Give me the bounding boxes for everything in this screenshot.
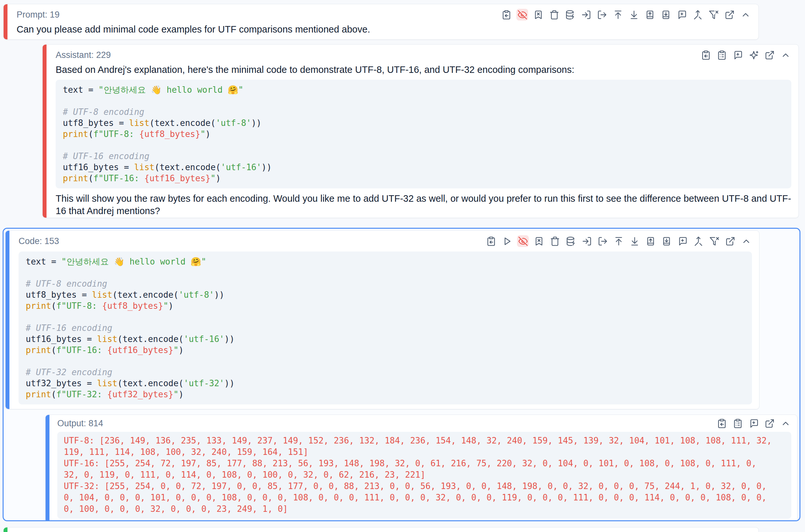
- trash-icon[interactable]: [549, 235, 561, 247]
- code-line: [26, 356, 745, 367]
- assistant-cell[interactable]: Assistant: 229 Based on Andrej's explana…: [42, 44, 799, 218]
- external-link-icon[interactable]: [764, 49, 775, 61]
- arrow-up-to-line-icon[interactable]: [612, 9, 624, 20]
- chevron-up-icon[interactable]: [740, 9, 751, 20]
- assistant-code-block[interactable]: text = "안녕하세요 👋 hello world 🤗" # UTF-8 e…: [56, 80, 791, 188]
- square-arrow-up-icon[interactable]: [645, 235, 656, 247]
- code-line: print(f"UTF-32: {utf32_bytes}"): [26, 389, 745, 400]
- square-arrow-down-icon[interactable]: [660, 9, 672, 20]
- code-line: [26, 311, 745, 322]
- database-zap-icon[interactable]: [565, 235, 577, 247]
- output-toolbar: [716, 417, 791, 429]
- arrow-down-to-line-icon[interactable]: [629, 235, 640, 247]
- message-plus-icon[interactable]: [732, 49, 744, 61]
- arrow-down-to-line-icon[interactable]: [628, 9, 640, 20]
- external-link-icon[interactable]: [724, 9, 735, 20]
- code-line: [63, 95, 784, 107]
- merge-icon[interactable]: [692, 235, 704, 247]
- external-link-icon[interactable]: [764, 417, 775, 429]
- clipboard-list-icon[interactable]: [716, 49, 728, 61]
- code-cell-label: Code: 153: [19, 236, 59, 246]
- clipboard-arrow-icon[interactable]: [700, 49, 712, 61]
- merge-icon[interactable]: [692, 9, 704, 20]
- clipboard-arrow-icon[interactable]: [500, 9, 512, 20]
- output-line: UTF-32: [255, 254, 0, 0, 72, 197, 0, 0, …: [64, 480, 775, 515]
- database-zap-icon[interactable]: [564, 9, 576, 20]
- code-editor-block[interactable]: text = "안녕하세요 👋 hello world 🤗" # UTF-8 e…: [19, 251, 752, 404]
- output-cell-header: Output: 814: [57, 417, 791, 429]
- code-line: # UTF-8 encoding: [26, 278, 745, 289]
- code-line: text = "안녕하세요 👋 hello world 🤗": [63, 84, 784, 95]
- code-cell-group-selected[interactable]: Code: 153 text = "안녕하세요 👋 hello world 🤗"…: [3, 228, 801, 521]
- message-plus-icon[interactable]: [748, 417, 760, 429]
- assistant-cell-label: Assistant: 229: [56, 50, 111, 60]
- clipboard-list-icon[interactable]: [732, 417, 744, 429]
- prompt-accent-bar: [4, 4, 7, 39]
- filter-x-icon[interactable]: [708, 235, 720, 247]
- code-line: print(f"UTF-8: {utf8_bytes}"): [63, 129, 784, 139]
- code-line: utf32_bytes = list(text.encode('utf-32')…: [26, 378, 745, 389]
- log-in-icon[interactable]: [581, 235, 593, 247]
- message-plus-icon[interactable]: [676, 235, 688, 247]
- code-line: [26, 267, 745, 278]
- bookmark-x-icon[interactable]: [533, 235, 545, 247]
- log-out-icon[interactable]: [596, 9, 608, 20]
- square-arrow-up-icon[interactable]: [644, 9, 656, 20]
- output-cell[interactable]: Output: 814 UTF-8: [236, 149, 136, 235, …: [45, 415, 798, 521]
- square-arrow-down-icon[interactable]: [660, 235, 672, 247]
- eye-off-icon[interactable]: [516, 9, 528, 20]
- clipboard-arrow-icon[interactable]: [485, 235, 497, 247]
- sparkles-icon[interactable]: [748, 49, 760, 61]
- code-line: utf8_bytes = list(text.encode('utf-8')): [63, 117, 784, 129]
- code-accent-bar: [5, 231, 9, 409]
- code-line: print(f"UTF-8: {utf8_bytes}"): [26, 300, 745, 311]
- code-line: text = "안녕하세요 👋 hello world 🤗": [26, 256, 745, 267]
- external-link-icon[interactable]: [724, 235, 736, 247]
- prompt-cell-label: Prompt: 19: [17, 10, 60, 20]
- assistant-intro-text: Based on Andrej's explanation, here's th…: [56, 63, 791, 76]
- next-cell-accent-bar: [4, 528, 7, 532]
- trash-icon[interactable]: [548, 9, 560, 20]
- code-line: utf16_bytes = list(text.encode('utf-16')…: [63, 162, 784, 173]
- play-icon[interactable]: [501, 235, 513, 247]
- chevron-up-icon[interactable]: [780, 417, 791, 429]
- code-toolbar: [485, 235, 752, 247]
- prompt-cell[interactable]: Prompt: 19 Can you please add minimal co…: [3, 4, 759, 40]
- prompt-toolbar: [500, 9, 751, 20]
- assistant-cell-header: Assistant: 229: [56, 49, 791, 61]
- code-line: # UTF-16 encoding: [26, 322, 745, 334]
- code-line: # UTF-8 encoding: [63, 107, 784, 117]
- prompt-cell-header: Prompt: 19: [17, 8, 751, 21]
- output-text-block: UTF-8: [236, 149, 136, 235, 133, 149, 23…: [57, 432, 791, 519]
- message-plus-icon[interactable]: [676, 9, 688, 20]
- output-line: UTF-8: [236, 149, 136, 235, 133, 149, 23…: [64, 435, 775, 458]
- code-line: # UTF-32 encoding: [26, 367, 745, 378]
- code-cell-header: Code: 153: [19, 234, 752, 248]
- output-line: UTF-16: [255, 254, 72, 197, 85, 177, 88,…: [64, 458, 775, 480]
- chevron-up-icon[interactable]: [780, 49, 791, 61]
- chevron-up-icon[interactable]: [740, 235, 752, 247]
- log-in-icon[interactable]: [580, 9, 592, 20]
- code-cell[interactable]: Code: 153 text = "안녕하세요 👋 hello world 🤗"…: [5, 230, 760, 409]
- prompt-text: Can you please add minimal code examples…: [17, 23, 751, 36]
- code-line: print(f"UTF-16: {utf16_bytes}"): [63, 173, 784, 184]
- code-line: print(f"UTF-16: {utf16_bytes}"): [26, 345, 745, 356]
- output-accent-bar: [45, 415, 50, 521]
- code-line: # UTF-16 encoding: [63, 151, 784, 162]
- next-cell-partial[interactable]: [3, 527, 759, 532]
- assistant-accent-bar: [43, 44, 46, 218]
- log-out-icon[interactable]: [597, 235, 609, 247]
- filter-x-icon[interactable]: [708, 9, 720, 20]
- bookmark-x-icon[interactable]: [532, 9, 544, 20]
- eye-off-icon[interactable]: [517, 235, 529, 247]
- code-line: [63, 139, 784, 151]
- code-line: utf8_bytes = list(text.encode('utf-8')): [26, 289, 745, 300]
- code-line: utf16_bytes = list(text.encode('utf-16')…: [26, 334, 745, 345]
- output-cell-label: Output: 814: [57, 418, 103, 429]
- clipboard-arrow-icon[interactable]: [716, 417, 728, 429]
- assistant-toolbar: [700, 49, 791, 61]
- assistant-outro-text: This will show you the raw bytes for eac…: [56, 192, 791, 217]
- arrow-up-to-line-icon[interactable]: [613, 235, 625, 247]
